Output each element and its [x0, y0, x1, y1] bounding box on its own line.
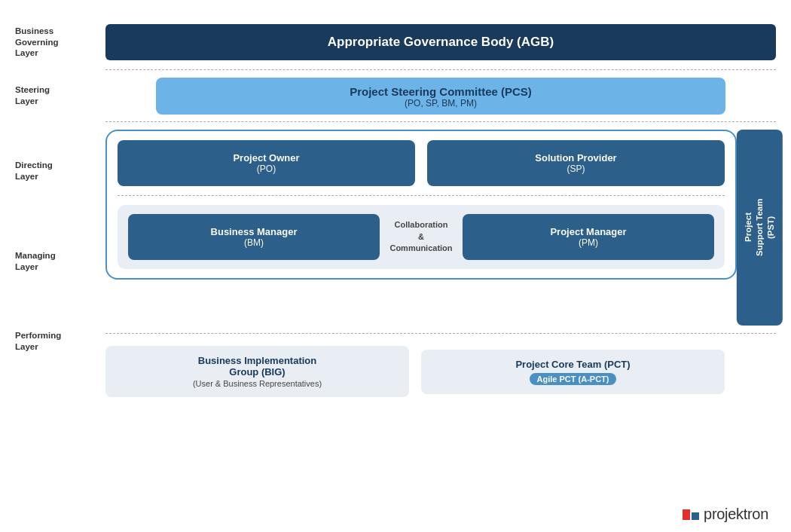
agb-box: Appropriate Governance Body (AGB) [105, 24, 776, 60]
logo-blue-square [692, 512, 699, 520]
labels-column: Business Governing Layer Steering Layer … [15, 15, 105, 501]
agile-badge: Agile PCT (A-PCT) [530, 373, 617, 385]
governing-row: Appropriate Governance Body (AGB) [105, 15, 776, 69]
project-owner-box: Project Owner (PO) [118, 140, 415, 186]
footer: projektron [15, 501, 776, 524]
pct-box: Project Core Team (PCT) Agile PCT (A-PCT… [421, 350, 725, 394]
logo-red-square [683, 509, 690, 520]
directing-label: Directing Layer [15, 122, 105, 220]
managing-area: Business Manager (BM) Collaboration & Co… [118, 205, 725, 269]
diagram-area: Business Governing Layer Steering Layer … [15, 15, 776, 501]
inner-separator [118, 195, 725, 196]
steering-row: Project Steering Committee (PCS) (PO, SP… [105, 70, 776, 121]
big-box: Business Implementation Group (BIG) (Use… [105, 346, 409, 397]
main-container: Business Governing Layer Steering Layer … [0, 0, 791, 532]
pcs-subtitle: (PO, SP, BM, PM) [171, 98, 711, 109]
pst-box: Project Support Team (PST) [737, 130, 783, 326]
inner-area: Project Owner (PO) Solution Provider (SP… [105, 130, 737, 326]
project-manager-box: Project Manager (PM) [463, 214, 714, 260]
logo-icon [683, 509, 699, 520]
inner-container: Project Owner (PO) Solution Provider (SP… [105, 130, 737, 280]
pcs-box: Project Steering Committee (PCS) (PO, SP… [156, 78, 726, 115]
performing-label: Performing Layer [15, 304, 105, 379]
performing-row: Business Implementation Group (BIG) (Use… [105, 334, 776, 409]
collab-text: Collaboration & Communication [380, 219, 463, 254]
pcs-title: Project Steering Committee (PCS) [171, 85, 711, 98]
performing-boxes: Business Implementation Group (BIG) (Use… [105, 346, 776, 397]
business-manager-box: Business Manager (BM) [128, 214, 380, 260]
diagram-content: Appropriate Governance Body (AGB) Projec… [105, 15, 776, 501]
governing-label: Business Governing Layer [15, 15, 105, 69]
logo-text: projektron [704, 506, 768, 523]
pst-column: Project Support Team (PST) [743, 130, 776, 326]
managing-label: Managing Layer [15, 220, 105, 303]
directing-boxes: Project Owner (PO) Solution Provider (SP… [118, 140, 725, 186]
steering-label: Steering Layer [15, 70, 105, 121]
solution-provider-box: Solution Provider (SP) [427, 140, 725, 186]
